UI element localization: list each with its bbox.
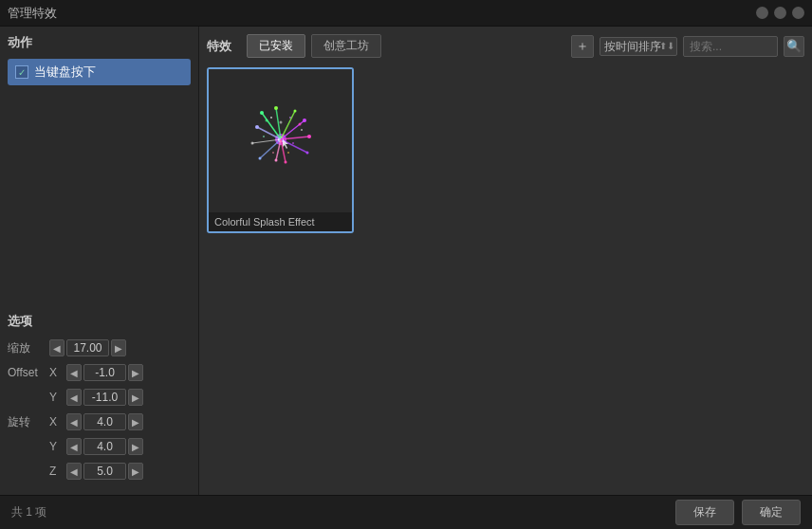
svg-point-29 bbox=[301, 129, 303, 131]
svg-point-22 bbox=[258, 156, 261, 159]
rotation-y-inc-button[interactable]: ▶ bbox=[128, 438, 143, 455]
save-button[interactable]: 保存 bbox=[675, 500, 734, 525]
effect-preview bbox=[209, 69, 352, 212]
offset-x-value: -1.0 bbox=[83, 364, 126, 381]
offset-y-inc-button[interactable]: ▶ bbox=[128, 389, 143, 406]
scale-value: 17.00 bbox=[66, 339, 109, 356]
offset-label: Offset bbox=[8, 366, 46, 379]
svg-point-32 bbox=[272, 152, 274, 154]
rotation-y-spinner: ◀ 4.0 ▶ bbox=[66, 438, 143, 455]
scale-spinner: ◀ 17.00 ▶ bbox=[49, 339, 126, 356]
rotation-y-axis: Y bbox=[49, 440, 63, 453]
svg-point-14 bbox=[307, 135, 311, 138]
action-label: 当键盘按下 bbox=[34, 64, 96, 81]
svg-point-16 bbox=[305, 151, 308, 154]
window-title: 管理特效 bbox=[8, 5, 57, 22]
right-panel: 特效 已安装 创意工坊 ＋ 按时间排序 ⬆⬇ 🔍 bbox=[199, 27, 812, 495]
search-button[interactable]: 🔍 bbox=[784, 36, 804, 57]
svg-point-7 bbox=[274, 106, 278, 110]
rotation-label: 旋转 bbox=[8, 414, 46, 430]
rotation-x-axis: X bbox=[49, 415, 63, 429]
rotation-x-row: 旋转 X ◀ 4.0 ▶ bbox=[8, 413, 191, 430]
options-title: 选项 bbox=[8, 313, 191, 330]
offset-y-row: Y ◀ -11.0 ▶ bbox=[8, 389, 191, 406]
offset-x-dec-button[interactable]: ◀ bbox=[66, 364, 82, 381]
rotation-y-value: 4.0 bbox=[83, 438, 126, 455]
add-effect-button[interactable]: ＋ bbox=[571, 35, 594, 58]
bottom-bar: 共 1 项 保存 确定 bbox=[0, 495, 812, 529]
svg-point-33 bbox=[279, 120, 282, 123]
actions-section-title: 动作 bbox=[8, 34, 191, 51]
svg-point-5 bbox=[265, 119, 268, 121]
svg-point-24 bbox=[274, 158, 277, 161]
rotation-x-value: 4.0 bbox=[83, 413, 126, 430]
scale-dec-button[interactable]: ◀ bbox=[49, 339, 65, 356]
scale-label: 缩放 bbox=[8, 340, 46, 356]
search-input[interactable] bbox=[683, 36, 778, 57]
rotation-z-value: 5.0 bbox=[83, 463, 126, 480]
rotation-x-inc-button[interactable]: ▶ bbox=[128, 413, 143, 430]
sort-select[interactable]: 按时间排序 bbox=[600, 37, 677, 56]
svg-point-12 bbox=[298, 122, 301, 125]
search-icon: 🔍 bbox=[786, 39, 802, 53]
rotation-z-spinner: ◀ 5.0 ▶ bbox=[66, 463, 143, 480]
rotation-z-axis: Z bbox=[49, 465, 63, 478]
right-toolbar: ＋ 按时间排序 ⬆⬇ 🔍 bbox=[571, 35, 804, 58]
offset-y-spinner: ◀ -11.0 ▶ bbox=[66, 389, 143, 406]
left-panel: 动作 当键盘按下 选项 缩放 ◀ 17.00 ▶ Offset X ◀ bbox=[0, 27, 199, 495]
titlebar: 管理特效 bbox=[0, 0, 812, 27]
scale-inc-button[interactable]: ▶ bbox=[111, 339, 126, 356]
offset-x-spinner: ◀ -1.0 ▶ bbox=[66, 364, 143, 381]
svg-point-4 bbox=[260, 111, 264, 115]
rotation-y-dec-button[interactable]: ◀ bbox=[66, 438, 82, 455]
offset-y-dec-button[interactable]: ◀ bbox=[66, 389, 82, 406]
offset-y-value: -11.0 bbox=[83, 389, 126, 406]
tab-workshop[interactable]: 创意工坊 bbox=[311, 34, 381, 58]
main-layout: 动作 当键盘按下 选项 缩放 ◀ 17.00 ▶ Offset X ◀ bbox=[0, 27, 812, 495]
maximize-button[interactable] bbox=[774, 7, 786, 19]
svg-point-31 bbox=[287, 152, 289, 154]
right-header: 特效 已安装 创意工坊 ＋ 按时间排序 ⬆⬇ 🔍 bbox=[207, 34, 804, 58]
svg-point-9 bbox=[293, 109, 296, 112]
sort-container: 按时间排序 ⬆⬇ bbox=[600, 37, 677, 56]
svg-point-11 bbox=[303, 119, 306, 122]
rotation-z-inc-button[interactable]: ▶ bbox=[128, 463, 143, 480]
window-controls bbox=[756, 7, 804, 19]
rotation-y-row: Y ◀ 4.0 ▶ bbox=[8, 438, 191, 455]
svg-point-20 bbox=[250, 141, 253, 144]
effects-grid: Colorful Splash Effect bbox=[207, 67, 804, 233]
tab-installed[interactable]: 已安装 bbox=[247, 34, 305, 58]
svg-point-27 bbox=[270, 117, 272, 119]
rotation-z-dec-button[interactable]: ◀ bbox=[66, 463, 82, 480]
svg-point-30 bbox=[263, 136, 265, 137]
item-count-label: 共 1 项 bbox=[11, 504, 46, 520]
effect-name-label: Colorful Splash Effect bbox=[209, 212, 352, 231]
scale-row: 缩放 ◀ 17.00 ▶ bbox=[8, 339, 191, 356]
splash-effect-svg bbox=[224, 84, 338, 198]
svg-point-26 bbox=[284, 160, 286, 163]
close-button[interactable] bbox=[792, 7, 804, 19]
rotation-z-row: Z ◀ 5.0 ▶ bbox=[8, 463, 191, 480]
action-item-keyboard[interactable]: 当键盘按下 bbox=[8, 59, 191, 85]
rotation-x-dec-button[interactable]: ◀ bbox=[66, 413, 82, 430]
minimize-button[interactable] bbox=[756, 7, 768, 19]
right-panel-title: 特效 bbox=[207, 38, 231, 55]
effect-card-colorful-splash[interactable]: Colorful Splash Effect bbox=[207, 67, 354, 233]
svg-point-34 bbox=[292, 142, 294, 144]
rotation-x-spinner: ◀ 4.0 ▶ bbox=[66, 413, 143, 430]
ok-button[interactable]: 确定 bbox=[742, 500, 801, 525]
bottom-buttons: 保存 确定 bbox=[675, 500, 801, 525]
offset-x-inc-button[interactable]: ▶ bbox=[128, 364, 143, 381]
checkbox-icon[interactable] bbox=[15, 65, 28, 79]
offset-x-axis: X bbox=[49, 366, 63, 379]
svg-point-28 bbox=[289, 117, 291, 119]
svg-point-18 bbox=[255, 125, 259, 129]
options-section: 选项 缩放 ◀ 17.00 ▶ Offset X ◀ -1.0 ▶ bbox=[8, 305, 191, 487]
offset-x-row: Offset X ◀ -1.0 ▶ bbox=[8, 364, 191, 381]
add-icon: ＋ bbox=[576, 38, 589, 55]
offset-y-axis: Y bbox=[49, 391, 63, 404]
